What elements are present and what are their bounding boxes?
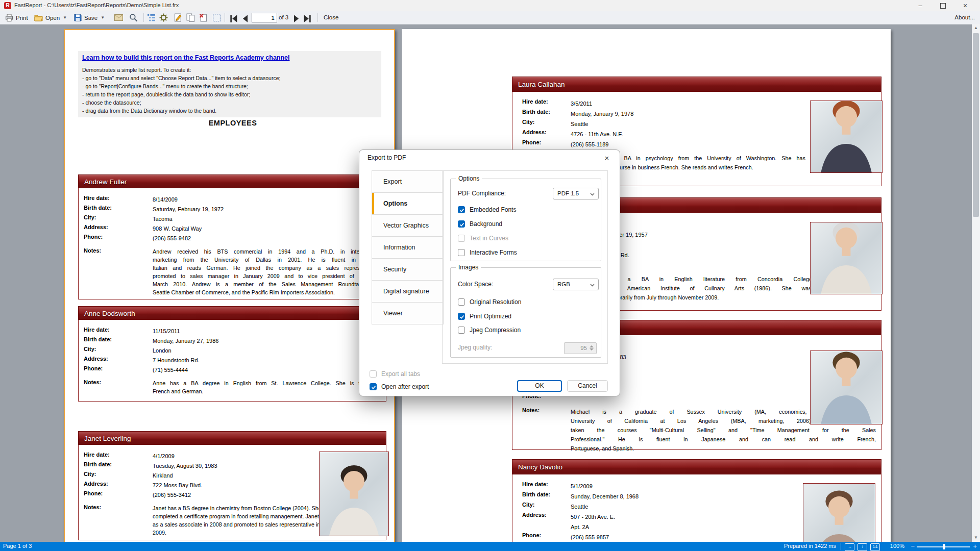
scroll-down-icon[interactable]: ▼	[972, 534, 980, 542]
edit-page-icon[interactable]	[174, 13, 183, 22]
email-icon[interactable]	[114, 13, 123, 22]
zoom-out-button[interactable]: −	[911, 542, 915, 550]
pdf-compliance-label: PDF Compliance:	[458, 190, 506, 197]
checkbox-icon	[370, 370, 377, 378]
field-value: Tuesday, August 30, 1983	[153, 461, 217, 471]
field-label: Address:	[522, 512, 547, 518]
employee-photo	[803, 483, 875, 551]
checkbox-embedded-fonts[interactable]: Embedded Fonts	[458, 206, 516, 214]
page-settings-gear-icon[interactable]	[159, 13, 168, 22]
field-label: City:	[84, 346, 96, 352]
first-page-icon[interactable]	[230, 14, 238, 23]
jpeg-quality-spinner[interactable]: 95	[564, 342, 597, 354]
checkbox-interactive-forms[interactable]: Interactive Forms	[458, 248, 517, 257]
field-label: City:	[522, 502, 534, 508]
close-window-button[interactable]: ×	[957, 0, 974, 11]
spinner-arrows-icon[interactable]	[590, 344, 594, 353]
report-description-block: Learn how to build this report on the Fa…	[78, 51, 381, 117]
print-button[interactable]: Print	[5, 11, 28, 24]
prepared-time-label: Prepared in 1422 ms	[784, 543, 836, 549]
last-page-icon[interactable]	[303, 14, 311, 23]
color-space-select[interactable]: RGB	[553, 279, 599, 290]
maximize-icon	[940, 3, 946, 9]
notes-line: Italian and reads German. He joined the …	[153, 264, 381, 272]
checkbox-jpeg-compression[interactable]: Jpeg Compression	[458, 326, 521, 334]
copy-page-icon[interactable]	[186, 13, 195, 22]
zoom-in-button[interactable]: +	[973, 542, 977, 550]
field-label: Phone:	[84, 365, 103, 371]
scrollbar-thumb[interactable]	[973, 33, 979, 217]
field-label: Birth date:	[84, 205, 112, 211]
field-value: 507 - 20th Ave. E.Apt. 2A	[571, 512, 615, 532]
notes-line: as a sales associate in 2008 and promote…	[153, 520, 326, 529]
vertical-scrollbar[interactable]: ▲ ▼	[972, 24, 980, 542]
page-number-input[interactable]	[252, 13, 277, 22]
prev-page-icon[interactable]	[241, 14, 250, 23]
checkbox-open-after-export[interactable]: Open after export	[370, 383, 429, 391]
checkbox-original-resolution[interactable]: Original Resolution	[458, 298, 521, 306]
actual-size-button[interactable]: 1:1	[870, 543, 880, 551]
open-dropdown-arrow[interactable]: ▼	[63, 15, 67, 20]
about-button[interactable]: About...	[954, 14, 975, 20]
tab-security[interactable]: Security	[372, 258, 444, 281]
field-value: Monday, January 9, 1978	[571, 109, 633, 119]
toolbar-separator	[225, 13, 225, 22]
save-button[interactable]: Save▼	[74, 11, 105, 24]
search-icon[interactable]	[129, 13, 138, 22]
card-body: Hire date:8/14/2009Birth date:Saturday, …	[78, 188, 386, 299]
field-label: Address:	[84, 224, 108, 230]
scroll-up-icon[interactable]: ▲	[972, 24, 980, 32]
watermark-icon[interactable]	[212, 13, 221, 22]
checkbox-icon	[458, 235, 465, 242]
field-label: City:	[84, 214, 96, 220]
maximize-button[interactable]	[934, 0, 951, 11]
tab-vector-graphics[interactable]: Vector Graphics	[372, 214, 444, 237]
outline-icon[interactable]	[147, 13, 156, 22]
field-value: (206) 555-9857	[571, 532, 609, 542]
checkbox-export-all-tabs: Export all tabs	[370, 370, 420, 378]
checkbox-icon	[458, 220, 465, 228]
options-group: Options PDF Compliance: PDF 1.5 Embedded…	[450, 179, 601, 261]
minimize-button[interactable]: –	[912, 0, 929, 11]
tab-viewer[interactable]: Viewer	[372, 302, 444, 324]
fit-width-button[interactable]: ↔	[845, 543, 854, 551]
checkbox-label: Text in Curves	[470, 235, 508, 242]
notes-line: taken the courses "Multi-Cultural Sellin…	[571, 425, 876, 435]
description-line: - drag data from the Data Dictionary win…	[82, 108, 216, 114]
close-preview-button[interactable]: Close	[324, 14, 338, 20]
field-value: Kirkland	[153, 471, 173, 481]
checkbox-label: Print Optimized	[470, 313, 511, 320]
field-label: Notes:	[84, 379, 101, 385]
tab-options[interactable]: Options	[372, 192, 444, 215]
tab-export[interactable]: Export	[372, 170, 444, 193]
save-dropdown-arrow[interactable]: ▼	[101, 15, 105, 20]
jpeg-quality-label: Jpeg quality:	[458, 344, 492, 351]
field-value: 722 Moss Bay Blvd.	[153, 481, 202, 490]
checkbox-print-optimized[interactable]: Print Optimized	[458, 312, 511, 320]
ok-button[interactable]: OK	[517, 380, 562, 392]
fastreport-logo-icon: R	[4, 2, 11, 9]
field-value: 908 W. Capital Way	[153, 224, 202, 234]
field-label: Hire date:	[522, 481, 548, 487]
open-button[interactable]: Open▼	[34, 11, 67, 24]
dialog-close-button[interactable]: ×	[601, 153, 612, 164]
academy-link[interactable]: Learn how to build this report on the Fa…	[82, 54, 290, 61]
notes-line: French and German.	[153, 387, 381, 395]
cancel-button[interactable]: Cancel	[567, 380, 608, 392]
tab-information[interactable]: Information	[372, 236, 444, 259]
tab-digital-signature[interactable]: Digital signature	[372, 280, 444, 303]
fit-page-button[interactable]: ↕	[857, 543, 867, 551]
field-label: Hire date:	[84, 327, 110, 333]
checkbox-label: Open after export	[381, 383, 429, 390]
pdf-compliance-select[interactable]: PDF 1.5	[553, 188, 599, 199]
toolbar-separator	[143, 13, 144, 22]
checkbox-background[interactable]: Background	[458, 220, 502, 228]
field-value: Sunday, December 8, 1968	[571, 491, 639, 502]
field-value: Seattle	[571, 119, 588, 129]
next-page-icon[interactable]	[292, 14, 301, 23]
export-to-pdf-dialog: Export to PDF × ExportOptionsVector Grap…	[359, 149, 620, 396]
delete-page-icon[interactable]	[199, 13, 208, 22]
chevron-down-icon	[590, 284, 595, 287]
folder-icon	[34, 14, 43, 21]
zoom-slider-handle[interactable]	[943, 544, 945, 549]
